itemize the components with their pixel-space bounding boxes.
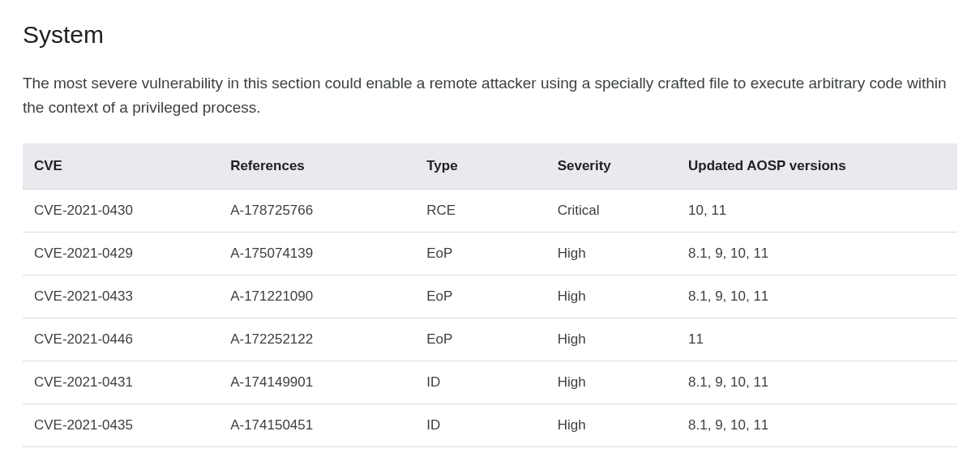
cell-references: A-174150451 [219,404,415,446]
table-header-aosp: Updated AOSP versions [677,143,957,190]
cell-cve: CVE-2021-0446 [23,318,219,361]
table-row: CVE-2021-0446 A-172252122 EoP High 11 [23,318,957,361]
cell-aosp: 10, 11 [677,189,957,232]
cell-severity: High [546,361,677,404]
cell-cve: CVE-2021-0430 [23,189,219,232]
cell-references: A-172252122 [219,318,415,361]
table-row: CVE-2021-0435 A-174150451 ID High 8.1, 9… [23,404,957,446]
vulnerability-table: CVE References Type Severity Updated AOS… [23,143,957,447]
cell-type: EoP [415,275,546,318]
cell-type: EoP [415,232,546,275]
cell-type: ID [415,404,546,446]
cell-aosp: 8.1, 9, 10, 11 [677,232,957,275]
cell-type: ID [415,361,546,404]
table-header-type: Type [415,143,546,190]
cell-references: A-175074139 [219,232,415,275]
cell-type: RCE [415,189,546,232]
table-header-row: CVE References Type Severity Updated AOS… [23,143,957,190]
cell-cve: CVE-2021-0431 [23,361,219,404]
table-header-severity: Severity [546,143,677,190]
cell-aosp: 8.1, 9, 10, 11 [677,275,957,318]
cell-references: A-178725766 [219,189,415,232]
cell-severity: High [546,404,677,446]
section-description: The most severe vulnerability in this se… [23,71,955,121]
cell-cve: CVE-2021-0429 [23,232,219,275]
cell-aosp: 8.1, 9, 10, 11 [677,404,957,446]
cell-cve: CVE-2021-0433 [23,275,219,318]
cell-severity: High [546,232,677,275]
cell-severity: High [546,318,677,361]
cell-aosp: 11 [677,318,957,361]
section-title: System [23,21,957,49]
cell-severity: High [546,275,677,318]
table-row: CVE-2021-0433 A-171221090 EoP High 8.1, … [23,275,957,318]
table-row: CVE-2021-0430 A-178725766 RCE Critical 1… [23,189,957,232]
cell-references: A-171221090 [219,275,415,318]
cell-references: A-174149901 [219,361,415,404]
cell-type: EoP [415,318,546,361]
table-header-cve: CVE [23,143,219,190]
cell-aosp: 8.1, 9, 10, 11 [677,361,957,404]
table-row: CVE-2021-0429 A-175074139 EoP High 8.1, … [23,232,957,275]
cell-severity: Critical [546,189,677,232]
page-container: System The most severe vulnerability in … [0,0,980,470]
table-header-references: References [219,143,415,190]
cell-cve: CVE-2021-0435 [23,404,219,446]
table-row: CVE-2021-0431 A-174149901 ID High 8.1, 9… [23,361,957,404]
